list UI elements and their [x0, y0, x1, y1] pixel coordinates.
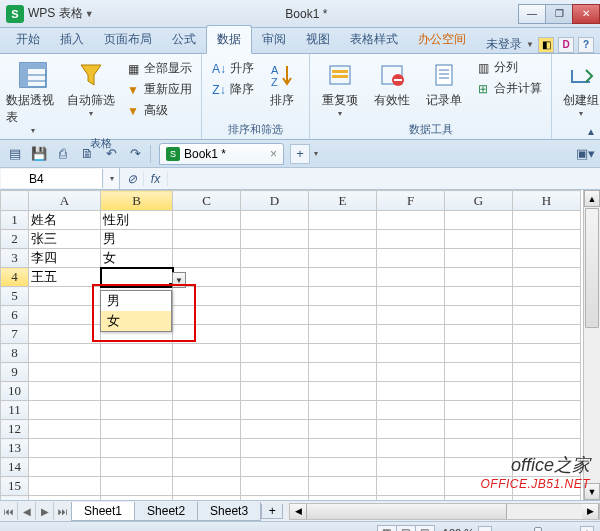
auto-filter-button[interactable]: 自动筛选 ▾ — [64, 56, 118, 118]
reapply-button[interactable]: ▼重新应用 — [122, 80, 195, 99]
view-break-icon[interactable]: ▣ — [415, 525, 435, 532]
spreadsheet-grid[interactable]: A B C D E F G H 1姓名性别 2张三男 3李四女 4王五 5 6 … — [0, 190, 600, 500]
minimize-button[interactable]: — — [518, 4, 546, 24]
sort-desc-button[interactable]: Z↓降序 — [208, 80, 257, 99]
row-header[interactable]: 15 — [1, 477, 29, 496]
cell[interactable]: 性别 — [101, 211, 173, 230]
sheet-nav-prev-icon[interactable]: ◀ — [18, 502, 36, 520]
duplicates-button[interactable]: 重复项▾ — [316, 56, 364, 118]
col-header-E[interactable]: E — [309, 191, 377, 211]
tab-data[interactable]: 数据 — [206, 25, 252, 54]
tab-close-icon[interactable]: × — [270, 147, 277, 161]
tab-layout[interactable]: 页面布局 — [94, 26, 162, 53]
tab-review[interactable]: 审阅 — [252, 26, 296, 53]
app-menu-dropdown-icon[interactable]: ▼ — [85, 9, 94, 19]
view-page-icon[interactable]: ▤ — [396, 525, 416, 532]
row-header[interactable]: 3 — [1, 249, 29, 268]
form-button[interactable]: 记录单 — [420, 56, 468, 109]
row-header[interactable]: 1 — [1, 211, 29, 230]
row-header[interactable]: 4 — [1, 268, 29, 287]
col-header-B[interactable]: B — [101, 191, 173, 211]
row-header[interactable]: 6 — [1, 306, 29, 325]
row-header[interactable]: 7 — [1, 325, 29, 344]
insert-function-icon[interactable]: ⊘ — [120, 172, 144, 186]
col-header-A[interactable]: A — [29, 191, 101, 211]
tab-formula[interactable]: 公式 — [162, 26, 206, 53]
cell[interactable]: 李四 — [29, 249, 101, 268]
col-header-D[interactable]: D — [241, 191, 309, 211]
sheet-nav-first-icon[interactable]: ⏮ — [0, 502, 18, 520]
scroll-down-icon[interactable]: ▼ — [584, 483, 600, 500]
dropdown-option[interactable]: 男 — [101, 291, 171, 311]
maximize-button[interactable]: ❐ — [545, 4, 573, 24]
window-list-icon[interactable]: ▣▾ — [574, 144, 596, 164]
zoom-out-button[interactable]: − — [478, 526, 492, 532]
tab-tablestyle[interactable]: 表格样式 — [340, 26, 408, 53]
col-header-H[interactable]: H — [513, 191, 581, 211]
validation-dropdown-list[interactable]: 男 女 — [100, 290, 172, 332]
consolidate-button[interactable]: ⊞合并计算 — [472, 79, 545, 98]
help-icon[interactable]: ? — [578, 37, 594, 53]
split-button[interactable]: ▥分列 — [472, 58, 545, 77]
sort-asc-icon: A↓ — [211, 61, 227, 77]
cell-dropdown-handle[interactable]: ▼ — [172, 272, 186, 288]
create-group-button[interactable]: 创建组▾ — [558, 56, 600, 118]
d-icon[interactable]: D — [558, 37, 574, 53]
row-header[interactable]: 16 — [1, 496, 29, 501]
col-header-G[interactable]: G — [445, 191, 513, 211]
sheet-nav-last-icon[interactable]: ⏭ — [54, 502, 72, 520]
new-tab-button[interactable]: + — [290, 144, 310, 164]
advanced-button[interactable]: ▼高级 — [122, 101, 195, 120]
row-header[interactable]: 11 — [1, 401, 29, 420]
row-header[interactable]: 13 — [1, 439, 29, 458]
validation-button[interactable]: 有效性 — [368, 56, 416, 109]
tab-view[interactable]: 视图 — [296, 26, 340, 53]
row-header[interactable]: 10 — [1, 382, 29, 401]
login-link[interactable]: 未登录 — [486, 36, 522, 53]
select-all-corner[interactable] — [1, 191, 29, 211]
tab-insert[interactable]: 插入 — [50, 26, 94, 53]
row-header[interactable]: 5 — [1, 287, 29, 306]
ribbon-collapse-icon[interactable]: ▲ — [586, 126, 596, 137]
pivot-table-button[interactable]: 数据透视表 ▾ — [6, 56, 60, 135]
cell[interactable]: 女 — [101, 249, 173, 268]
sort-button[interactable]: AZ 排序 — [261, 56, 303, 109]
row-header[interactable]: 9 — [1, 363, 29, 382]
cell[interactable]: 张三 — [29, 230, 101, 249]
col-header-C[interactable]: C — [173, 191, 241, 211]
sheet-tab[interactable]: Sheet3 — [197, 502, 261, 521]
dropdown-option[interactable]: 女 — [101, 311, 171, 331]
scroll-up-icon[interactable]: ▲ — [584, 190, 600, 207]
row-header[interactable]: 2 — [1, 230, 29, 249]
tab-office-space[interactable]: 办公空间 — [408, 26, 476, 53]
row-header[interactable]: 8 — [1, 344, 29, 363]
cell[interactable]: 王五 — [29, 268, 101, 287]
sort-asc-button[interactable]: A↓升序 — [208, 59, 257, 78]
row-header[interactable]: 14 — [1, 458, 29, 477]
name-box[interactable]: B4 — [1, 169, 103, 188]
view-normal-icon[interactable]: ▦ — [377, 525, 397, 532]
show-all-button[interactable]: ▦全部显示 — [122, 59, 195, 78]
close-button[interactable]: ✕ — [572, 4, 600, 24]
sheet-tab[interactable]: Sheet2 — [134, 502, 198, 521]
sheet-nav-next-icon[interactable]: ▶ — [36, 502, 54, 520]
tab-start[interactable]: 开始 — [6, 26, 50, 53]
scroll-right-icon[interactable]: ▶ — [582, 504, 599, 519]
active-cell[interactable] — [101, 268, 173, 287]
fx-icon[interactable]: fx — [144, 172, 168, 186]
scroll-thumb[interactable] — [585, 208, 599, 328]
add-sheet-button[interactable]: + — [261, 504, 283, 519]
horizontal-scrollbar[interactable]: ◀ ▶ — [289, 503, 600, 520]
row-header[interactable]: 12 — [1, 420, 29, 439]
sheet-tab[interactable]: Sheet1 — [71, 502, 135, 521]
skin-icon[interactable]: ◧ — [538, 37, 554, 53]
zoom-knob[interactable] — [534, 527, 542, 532]
cell[interactable]: 姓名 — [29, 211, 101, 230]
cell[interactable]: 男 — [101, 230, 173, 249]
zoom-in-button[interactable]: + — [580, 526, 594, 532]
scroll-left-icon[interactable]: ◀ — [290, 504, 307, 519]
name-box-dropdown-icon[interactable]: ▾ — [104, 168, 120, 189]
scroll-thumb[interactable] — [307, 504, 507, 519]
col-header-F[interactable]: F — [377, 191, 445, 211]
vertical-scrollbar[interactable]: ▲ ▼ — [583, 190, 600, 500]
